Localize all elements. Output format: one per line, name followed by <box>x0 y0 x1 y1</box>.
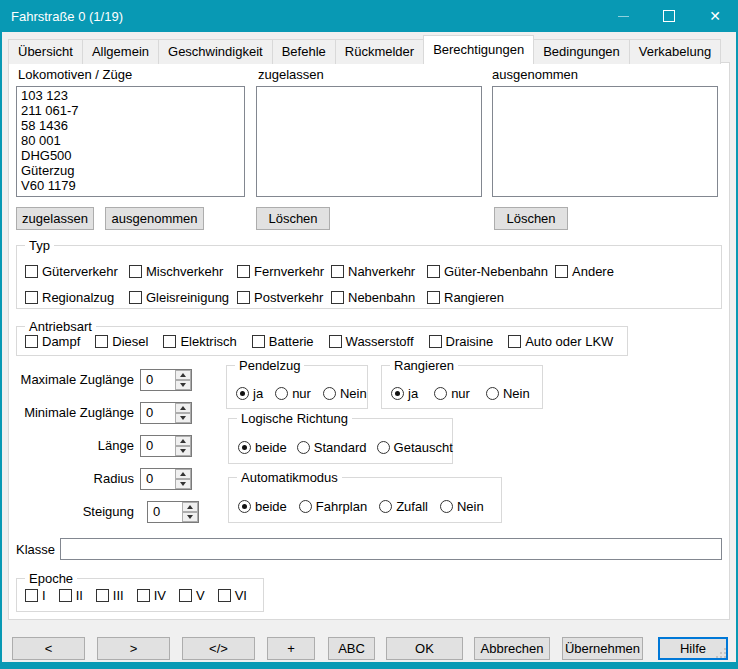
checkbox-rangieren[interactable]: Rangieren <box>427 290 555 305</box>
checkbox-gleisreinigung[interactable]: Gleisreinigung <box>129 290 237 305</box>
checkbox-icon <box>429 335 442 348</box>
checkbox-label: Nebenbahn <box>348 290 415 305</box>
minimize-button[interactable] <box>600 0 646 32</box>
checkbox-epoche-1[interactable]: I <box>25 588 46 603</box>
lokomotiven-list[interactable]: 103 123 211 061-7 58 1436 80 001 DHG500 … <box>16 86 245 197</box>
spinner-up-button[interactable] <box>175 436 191 446</box>
pendelzug-group-label: Pendelzug <box>235 358 304 373</box>
loeschen-zugelassen-button[interactable]: Löschen <box>256 207 330 230</box>
spinner-down-button[interactable] <box>175 479 191 489</box>
down-arrow-icon <box>180 383 186 387</box>
add-button[interactable]: + <box>267 637 315 660</box>
code-button[interactable]: </> <box>182 637 255 660</box>
checkbox-epoche-6[interactable]: VI <box>218 588 247 603</box>
checkbox-batterie[interactable]: Batterie <box>252 334 314 349</box>
tab-bedingungen[interactable]: Bedingungen <box>533 39 630 64</box>
spinner-up-button[interactable] <box>175 403 191 413</box>
list-item[interactable]: 103 123 <box>17 88 244 103</box>
tab-allgemein[interactable]: Allgemein <box>82 39 159 64</box>
checkbox-elektrisch[interactable]: Elektrisch <box>163 334 236 349</box>
checkbox-epoche-3[interactable]: III <box>96 588 124 603</box>
spinner-down-button[interactable] <box>175 380 191 390</box>
radio-automatik-fahrplan[interactable]: Fahrplan <box>299 499 367 514</box>
list-item[interactable]: V60 1179 <box>17 178 244 193</box>
radio-automatik-nein[interactable]: Nein <box>440 499 484 514</box>
ausgenommen-list[interactable] <box>492 86 718 197</box>
spinner-minimale-zuglaenge[interactable]: 0 <box>140 402 192 424</box>
close-button[interactable]: ✕ <box>692 0 738 32</box>
radio-richtung-standard[interactable]: Standard <box>297 440 367 455</box>
checkbox-mischverkehr[interactable]: Mischverkehr <box>129 264 237 279</box>
spinner-down-button[interactable] <box>175 413 191 423</box>
checkbox-icon <box>129 291 142 304</box>
loeschen-ausgenommen-button[interactable]: Löschen <box>494 207 568 230</box>
checkbox-andere[interactable]: Andere <box>555 264 721 279</box>
antriebsart-group: Antriebsart Dampf Diesel Elektrisch Batt… <box>16 326 628 356</box>
list-item[interactable]: 211 061-7 <box>17 103 244 118</box>
zugelassen-button[interactable]: zugelassen <box>16 207 94 230</box>
radio-rangieren-ja[interactable]: ja <box>391 386 418 401</box>
tab-uebersicht[interactable]: Übersicht <box>8 39 83 64</box>
checkbox-diesel[interactable]: Diesel <box>95 334 148 349</box>
checkbox-gueterverkehr[interactable]: Güterverkehr <box>25 264 129 279</box>
spinner-radius[interactable]: 0 <box>140 468 192 490</box>
radio-rangieren-nein[interactable]: Nein <box>486 386 530 401</box>
radio-rangieren-nur[interactable]: nur <box>434 386 470 401</box>
spinner-down-button[interactable] <box>175 446 191 456</box>
checkbox-label: Güterverkehr <box>42 264 118 279</box>
apply-button[interactable]: Übernehmen <box>562 637 643 660</box>
resize-grip[interactable] <box>724 656 726 658</box>
spinner-up-button[interactable] <box>175 469 191 479</box>
tab-berechtigungen[interactable]: Berechtigungen <box>423 35 534 64</box>
checkbox-auto-oder-lkw[interactable]: Auto oder LKW <box>508 334 613 349</box>
checkbox-draisine[interactable]: Draisine <box>429 334 494 349</box>
checkbox-fernverkehr[interactable]: Fernverkehr <box>237 264 331 279</box>
checkbox-gueter-nebenbahn[interactable]: Güter-Nebenbahn <box>427 264 555 279</box>
spinner-steigung[interactable]: 0 <box>147 501 199 523</box>
checkbox-epoche-4[interactable]: IV <box>137 588 166 603</box>
spinner-value: 0 <box>141 370 175 390</box>
klasse-input[interactable] <box>60 538 722 560</box>
abc-button[interactable]: ABC <box>328 637 375 660</box>
zugelassen-list[interactable] <box>256 86 482 197</box>
checkbox-dampf[interactable]: Dampf <box>25 334 80 349</box>
tab-rueckmelder[interactable]: Rückmelder <box>335 39 424 64</box>
radio-pendelzug-nur[interactable]: nur <box>275 386 311 401</box>
list-item[interactable]: DHG500 <box>17 148 244 163</box>
checkbox-nahverkehr[interactable]: Nahverkehr <box>331 264 427 279</box>
spinner-down-button[interactable] <box>182 512 198 522</box>
maximize-button[interactable] <box>646 0 692 32</box>
klasse-label: Klasse <box>16 542 55 558</box>
checkbox-label: VI <box>235 588 247 603</box>
radio-automatik-zufall[interactable]: Zufall <box>379 499 428 514</box>
list-item[interactable]: 58 1436 <box>17 118 244 133</box>
checkbox-postverkehr[interactable]: Postverkehr <box>237 290 331 305</box>
ok-button[interactable]: OK <box>386 637 463 660</box>
checkbox-regionalzug[interactable]: Regionalzug <box>25 290 129 305</box>
tab-verkabelung[interactable]: Verkabelung <box>629 39 721 64</box>
help-button[interactable]: Hilfe <box>658 637 728 660</box>
radio-richtung-beide[interactable]: beide <box>238 440 287 455</box>
radio-icon <box>377 441 390 454</box>
spinner-laenge[interactable]: 0 <box>140 435 192 457</box>
cancel-button[interactable]: Abbrechen <box>474 637 550 660</box>
spinner-up-button[interactable] <box>175 370 191 380</box>
ausgenommen-button[interactable]: ausgenommen <box>105 207 204 230</box>
checkbox-wasserstoff[interactable]: Wasserstoff <box>329 334 414 349</box>
spinner-maximale-zuglaenge[interactable]: 0 <box>140 369 192 391</box>
list-item[interactable]: 80 001 <box>17 133 244 148</box>
checkbox-label: Andere <box>572 264 614 279</box>
radio-pendelzug-ja[interactable]: ja <box>236 386 263 401</box>
list-item[interactable]: Güterzug <box>17 163 244 178</box>
spinner-up-button[interactable] <box>182 502 198 512</box>
prev-button[interactable]: < <box>12 637 85 660</box>
checkbox-epoche-5[interactable]: V <box>179 588 205 603</box>
next-button[interactable]: > <box>97 637 170 660</box>
radio-automatik-beide[interactable]: beide <box>238 499 287 514</box>
radio-pendelzug-nein[interactable]: Nein <box>323 386 367 401</box>
tab-geschwindigkeit[interactable]: Geschwindigkeit <box>158 39 273 64</box>
tab-befehle[interactable]: Befehle <box>272 39 336 64</box>
radio-richtung-getauscht[interactable]: Getauscht <box>377 440 453 455</box>
checkbox-epoche-2[interactable]: II <box>59 588 83 603</box>
checkbox-nebenbahn[interactable]: Nebenbahn <box>331 290 427 305</box>
